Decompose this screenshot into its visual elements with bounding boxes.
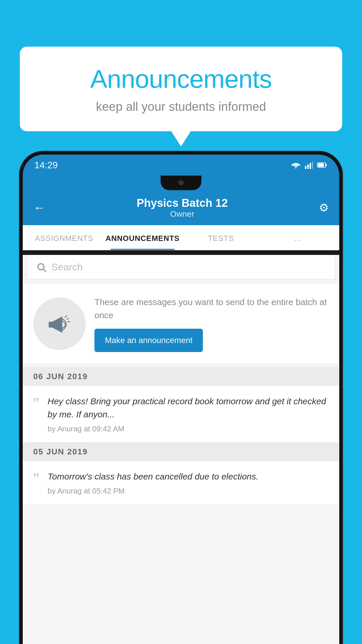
notch [23, 176, 339, 190]
date-separator-1: 06 JUN 2019 [23, 367, 339, 386]
svg-line-9 [43, 269, 46, 271]
bubble-subtitle: keep all your students informed [43, 100, 319, 114]
status-icons [291, 161, 328, 169]
phone-frame: 14:29 [20, 152, 342, 644]
tab-assignments[interactable]: ASSIGNMENTS [26, 225, 103, 250]
speech-bubble-section: Announcements keep all your students inf… [20, 47, 342, 131]
promo-icon-circle [33, 298, 86, 350]
notch-inner [161, 176, 201, 190]
search-placeholder: Search [51, 261, 83, 273]
tab-bar: ASSIGNMENTS ANNOUNCEMENTS TESTS ... [23, 225, 339, 250]
batch-name: Physics Batch 12 [45, 197, 319, 209]
promo-right: These are messages you want to send to t… [94, 295, 329, 352]
quote-icon-2: " [33, 471, 39, 496]
announcement-meta-1: by Anurag at 09:42 AM [48, 424, 329, 433]
tab-announcements[interactable]: ANNOUNCEMENTS [103, 225, 182, 250]
quote-icon-1: " [33, 396, 39, 433]
camera [178, 180, 184, 186]
app-header: ← Physics Batch 12 Owner ⚙ [23, 190, 339, 225]
settings-button[interactable]: ⚙ [319, 201, 329, 214]
owner-label: Owner [45, 209, 319, 219]
megaphone-icon [46, 311, 73, 337]
make-announcement-button[interactable]: Make an announcement [94, 329, 203, 352]
promo-card: These are messages you want to send to t… [23, 284, 339, 364]
svg-rect-3 [310, 163, 311, 169]
svg-rect-4 [312, 162, 313, 169]
date-separator-2: 05 JUN 2019 [23, 442, 339, 461]
battery-icon [317, 162, 328, 168]
announcement-body-2: Tomorrow's class has been cancelled due … [48, 470, 329, 496]
svg-rect-1 [305, 166, 306, 169]
tab-more[interactable]: ... [259, 225, 336, 250]
search-bar[interactable]: Search [27, 255, 335, 279]
announcement-text-2: Tomorrow's class has been cancelled due … [48, 470, 329, 483]
bubble-title: Announcements [43, 64, 319, 94]
promo-description: These are messages you want to send to t… [94, 295, 329, 322]
svg-line-11 [65, 315, 67, 318]
svg-line-12 [67, 318, 69, 319]
svg-rect-7 [318, 163, 324, 167]
back-button[interactable]: ← [33, 201, 45, 215]
announcement-item-1[interactable]: " Hey class! Bring your practical record… [23, 386, 339, 442]
svg-rect-2 [307, 164, 309, 169]
svg-point-0 [295, 167, 297, 169]
signal-icon [305, 161, 313, 169]
wifi-icon [291, 161, 301, 169]
announcement-item-2[interactable]: " Tomorrow's class has been cancelled du… [23, 461, 339, 505]
search-icon [36, 262, 47, 272]
announcement-meta-2: by Anurag at 05:42 PM [48, 487, 329, 496]
phone-mockup: 14:29 [20, 152, 342, 644]
announcement-text-1: Hey class! Bring your practical record b… [48, 395, 329, 421]
tab-tests[interactable]: TESTS [182, 225, 259, 250]
content-area: Search These are [23, 255, 339, 644]
svg-rect-10 [49, 322, 53, 328]
announcement-body-1: Hey class! Bring your practical record b… [48, 395, 329, 433]
speech-bubble: Announcements keep all your students inf… [20, 47, 342, 131]
status-bar: 14:29 [23, 155, 339, 176]
status-time: 14:29 [34, 160, 58, 171]
header-center: Physics Batch 12 Owner [45, 197, 319, 219]
svg-rect-6 [326, 164, 327, 166]
